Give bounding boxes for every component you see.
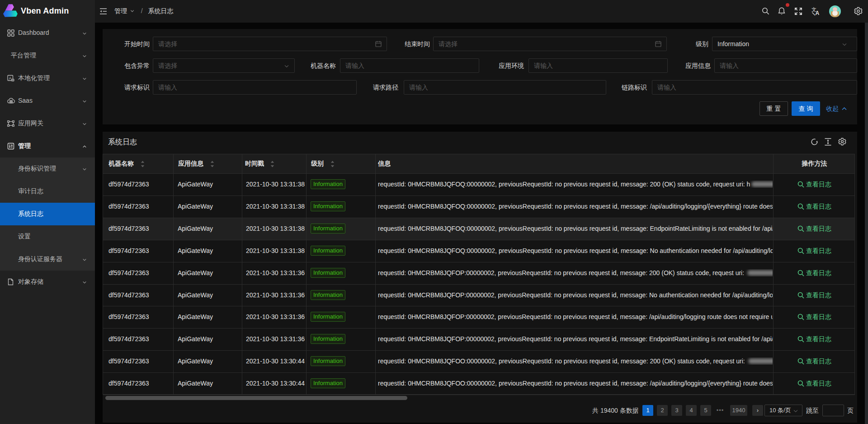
svg-text:A: A [816,10,820,16]
svg-text:A: A [9,76,11,81]
